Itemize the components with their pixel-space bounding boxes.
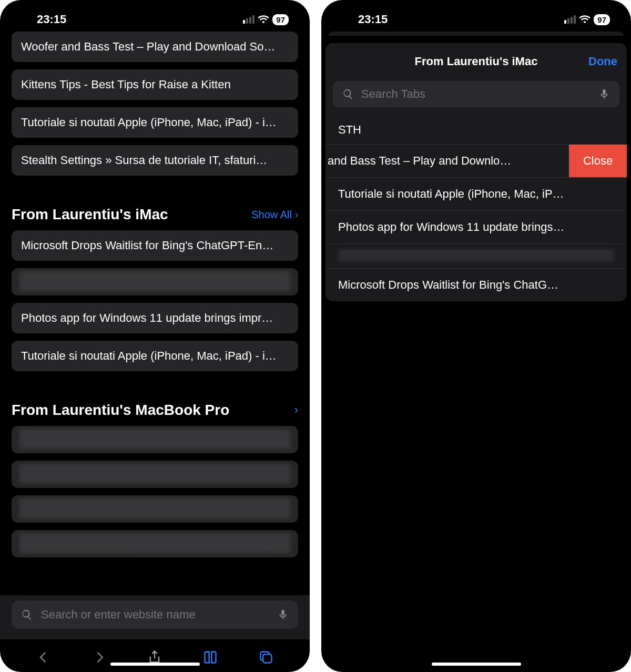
section-label: STH bbox=[325, 107, 627, 144]
svg-rect-1 bbox=[263, 654, 271, 663]
chevron-right-icon[interactable]: › bbox=[294, 403, 298, 417]
status-bar: 23:15 97 bbox=[0, 0, 310, 32]
tab-item-redacted[interactable] bbox=[12, 495, 298, 523]
section-title: From Laurentiu's iMac bbox=[12, 206, 168, 223]
tab-item-redacted[interactable] bbox=[12, 268, 298, 296]
chevron-right-icon: › bbox=[295, 209, 298, 220]
section-header-macbook: From Laurentiu's MacBook Pro › bbox=[12, 402, 298, 419]
microphone-icon[interactable] bbox=[598, 88, 610, 100]
status-bar: 23:15 97 bbox=[321, 0, 631, 32]
wifi-icon bbox=[258, 15, 269, 24]
search-icon bbox=[342, 88, 354, 100]
tab-item[interactable]: Stealth Settings » Sursa de tutoriale IT… bbox=[12, 145, 298, 176]
clock: 23:15 bbox=[358, 13, 388, 26]
close-button[interactable]: Close bbox=[569, 145, 627, 177]
tab-item[interactable]: Woofer and Bass Test – Play and Download… bbox=[12, 32, 298, 62]
background-sheet bbox=[329, 32, 624, 36]
back-button[interactable] bbox=[36, 650, 51, 665]
tab-item-redacted[interactable] bbox=[12, 461, 298, 488]
tab-item[interactable]: Tutoriale si noutati Apple (iPhone, Mac,… bbox=[12, 341, 298, 371]
phone-right: 23:15 97 From Laurentiu's iMac Done STH … bbox=[321, 0, 631, 672]
done-button[interactable]: Done bbox=[588, 55, 617, 68]
battery-level: 97 bbox=[272, 14, 289, 25]
list-item[interactable]: Tutoriale si noutati Apple (iPhone, Mac,… bbox=[325, 177, 627, 210]
search-icon bbox=[21, 609, 33, 620]
section-header-imac: From Laurentiu's iMac Show All › bbox=[12, 206, 298, 223]
bookmarks-button[interactable] bbox=[203, 650, 218, 665]
tabs-button[interactable] bbox=[259, 650, 273, 665]
microphone-icon[interactable] bbox=[277, 609, 289, 620]
address-bar[interactable] bbox=[12, 600, 298, 629]
sheet-title: From Laurentiu's iMac bbox=[415, 55, 538, 68]
tab-item-redacted[interactable] bbox=[12, 530, 298, 557]
safari-toolbar bbox=[0, 639, 310, 672]
tab-item[interactable]: Microsoft Drops Waitlist for Bing's Chat… bbox=[12, 230, 298, 261]
list-item-redacted[interactable] bbox=[325, 243, 627, 268]
search-tabs-field[interactable] bbox=[333, 81, 619, 107]
list-item[interactable]: Photos app for Windows 11 update brings… bbox=[325, 210, 627, 243]
phone-left: 23:15 97 Woofer and Bass Test – Play and… bbox=[0, 0, 310, 672]
home-indicator[interactable] bbox=[110, 663, 200, 666]
bottom-search-area bbox=[0, 595, 310, 639]
tab-item-redacted[interactable] bbox=[12, 426, 298, 453]
tab-item[interactable]: Kittens Tips - Best Tips for Raise a Kit… bbox=[12, 69, 298, 100]
tab-item[interactable]: Tutoriale si noutati Apple (iPhone, Mac,… bbox=[12, 107, 298, 138]
search-tabs-input[interactable] bbox=[361, 87, 591, 101]
tab-item[interactable]: Photos app for Windows 11 update brings … bbox=[12, 303, 298, 333]
wifi-icon bbox=[579, 15, 591, 24]
list-item[interactable]: and Bass Test – Play and Downlo…Close bbox=[325, 144, 627, 177]
home-indicator[interactable] bbox=[432, 663, 521, 666]
start-page: Woofer and Bass Test – Play and Download… bbox=[0, 32, 310, 595]
section-title: From Laurentiu's MacBook Pro bbox=[12, 402, 229, 419]
list-item[interactable]: Microsoft Drops Waitlist for Bing's Chat… bbox=[325, 268, 627, 301]
show-all-button[interactable]: Show All › bbox=[251, 209, 298, 221]
cellular-signal-icon bbox=[564, 15, 576, 24]
cellular-signal-icon bbox=[243, 15, 255, 24]
tabs-sheet: From Laurentiu's iMac Done STH and Bass … bbox=[325, 43, 627, 301]
forward-button[interactable] bbox=[92, 650, 107, 665]
battery-level: 97 bbox=[594, 14, 610, 25]
search-input[interactable] bbox=[41, 608, 269, 622]
clock: 23:15 bbox=[37, 13, 66, 26]
